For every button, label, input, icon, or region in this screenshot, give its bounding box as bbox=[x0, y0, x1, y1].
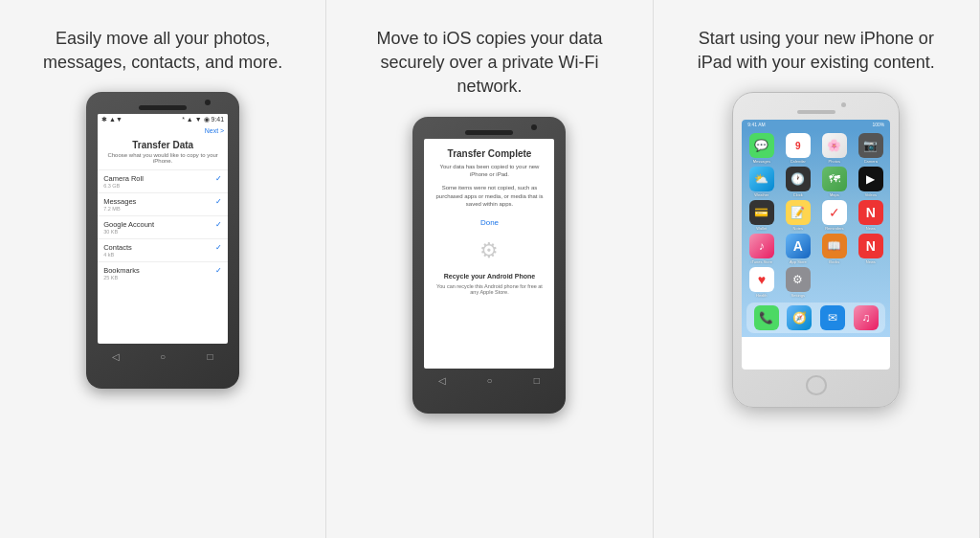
recent-icon[interactable]: □ bbox=[203, 349, 216, 363]
panel-3-text: Start using your new iPhone or iPad with… bbox=[687, 27, 946, 75]
item-messages[interactable]: Messages 7.2 MB ✓ bbox=[98, 192, 228, 215]
camera-dot-2 bbox=[531, 124, 537, 130]
panel-3: Start using your new iPhone or iPad with… bbox=[654, 0, 980, 538]
ios-app-row-3: 💳 Wallet 📝 Notes ✓ Reminders N News bbox=[745, 200, 887, 231]
ios-app-row-1: 💬 Messages 9 Calendar 🌸 Photos 📷 Camera bbox=[745, 133, 887, 164]
iphone: 9:41 AM 100% 💬 Messages 9 Calendar 🌸 Pho bbox=[732, 92, 900, 408]
ios-app-row-2: ⛅ Weather 🕐 Clock 🗺 Maps ▶ Videos bbox=[745, 167, 887, 197]
news2-icon: N bbox=[858, 234, 883, 258]
reminders-icon: ✓ bbox=[822, 200, 847, 225]
item-name: Camera Roll bbox=[103, 174, 144, 183]
appstore-icon: A bbox=[786, 234, 811, 258]
weather-icon: ⛅ bbox=[749, 167, 774, 191]
back-icon[interactable]: ◁ bbox=[109, 349, 122, 363]
status-icons: ✱ ▲▼ bbox=[101, 116, 122, 123]
statusbar-1: ✱ ▲▼ * ▲ ▼ ◉ 9:41 bbox=[98, 114, 228, 125]
app-phone[interactable]: 📞 bbox=[754, 305, 779, 330]
camera-icon: 📷 bbox=[858, 133, 883, 158]
iphone-speaker bbox=[797, 110, 835, 114]
panel-2-text: Move to iOS copies your data securely ov… bbox=[360, 27, 618, 100]
messages-icon: 💬 bbox=[749, 133, 774, 158]
home-icon[interactable]: ○ bbox=[156, 349, 169, 363]
app-settings[interactable]: ⚙ Settings bbox=[786, 267, 811, 298]
app-clock[interactable]: 🕐 Clock bbox=[786, 167, 811, 197]
maps-icon: 🗺 bbox=[822, 167, 847, 191]
item-contacts[interactable]: Contacts 4 kB ✓ bbox=[98, 238, 228, 261]
app-weather[interactable]: ⛅ Weather bbox=[749, 167, 774, 197]
panel-2: Move to iOS copies your data securely ov… bbox=[326, 0, 653, 538]
transfer-complete-body2: Some items were not copied, such as purc… bbox=[424, 184, 554, 213]
home-icon-2[interactable]: ○ bbox=[482, 374, 496, 388]
iphone-screen: 9:41 AM 100% 💬 Messages 9 Calendar 🌸 Pho bbox=[742, 120, 890, 370]
clock-icon: 🕐 bbox=[786, 167, 811, 191]
ios-homescreen: 💬 Messages 9 Calendar 🌸 Photos 📷 Camera bbox=[742, 129, 890, 337]
music-icon: ♫ bbox=[854, 305, 879, 330]
app-maps[interactable]: 🗺 Maps bbox=[822, 167, 847, 197]
check-icon: ✓ bbox=[215, 220, 222, 229]
check-icon: ✓ bbox=[215, 243, 222, 252]
app-photos[interactable]: 🌸 Photos bbox=[822, 133, 847, 164]
speaker-1 bbox=[139, 105, 187, 110]
app-books[interactable]: 📖 Books bbox=[822, 234, 847, 264]
mail-icon: ✉ bbox=[820, 305, 845, 330]
app-wallet[interactable]: 💳 Wallet bbox=[749, 200, 774, 231]
wallet-icon: 💳 bbox=[749, 200, 774, 225]
app-news2[interactable]: N News bbox=[858, 234, 883, 264]
ios-time: 9:41 AM bbox=[747, 122, 765, 127]
screen-2: Transfer Complete Your data has been cop… bbox=[424, 139, 554, 369]
android-nav-bar: ◁ ○ □ bbox=[92, 349, 234, 363]
app-music[interactable]: ♫ bbox=[854, 305, 879, 330]
back-icon-2[interactable]: ◁ bbox=[435, 374, 449, 388]
android-nav-bar-2: ◁ ○ □ bbox=[418, 374, 560, 388]
app-notes[interactable]: 📝 Notes bbox=[786, 200, 811, 231]
health-icon: ♥ bbox=[749, 267, 774, 292]
app-videos[interactable]: ▶ Videos bbox=[858, 167, 883, 197]
ios-app-row-4: ♪ iTunes Store A App Store 📖 Books N New… bbox=[745, 234, 887, 264]
item-bookmarks[interactable]: Bookmarks 25 KB ✓ bbox=[98, 261, 228, 284]
panel-1: Easily move all your photos, messages, c… bbox=[0, 0, 326, 538]
iphone-camera bbox=[841, 102, 846, 107]
item-camera-roll[interactable]: Camera Roll 6.3 GB ✓ bbox=[98, 169, 228, 192]
check-icon: ✓ bbox=[215, 266, 222, 275]
app-reminders[interactable]: ✓ Reminders bbox=[822, 200, 847, 231]
recent-icon-2[interactable]: □ bbox=[530, 374, 544, 388]
app-calendar[interactable]: 9 Calendar bbox=[786, 133, 811, 164]
transfer-data-title: Transfer Data bbox=[98, 136, 228, 152]
next-button[interactable]: Next > bbox=[98, 125, 228, 136]
transfer-data-subtitle: Choose what you would like to copy to yo… bbox=[98, 152, 228, 169]
transfer-complete-body: Your data has been copied to your new iP… bbox=[424, 163, 554, 185]
ios-statusbar: 9:41 AM 100% bbox=[742, 120, 890, 129]
recycle-body: You can recycle this Android phone for f… bbox=[424, 281, 554, 297]
item-google-account[interactable]: Google Account 30 KB ✓ bbox=[98, 215, 228, 238]
app-safari[interactable]: 🧭 bbox=[787, 305, 812, 330]
ios-dock: 📞 🧭 ✉ ♫ bbox=[746, 303, 885, 333]
itunes-icon: ♪ bbox=[749, 234, 774, 258]
transfer-complete-title: Transfer Complete bbox=[424, 139, 554, 163]
item-size: 6.3 GB bbox=[103, 183, 144, 189]
app-camera[interactable]: 📷 Camera bbox=[858, 133, 883, 164]
recycle-title: Recycle your Android Phone bbox=[424, 271, 554, 281]
app-health[interactable]: ♥ Health bbox=[749, 267, 774, 298]
check-icon: ✓ bbox=[215, 197, 222, 206]
check-icon: ✓ bbox=[215, 174, 222, 183]
news-icon: N bbox=[858, 200, 883, 225]
android-phone-1: ✱ ▲▼ * ▲ ▼ ◉ 9:41 Next > Transfer Data C… bbox=[86, 92, 239, 389]
app-appstore[interactable]: A App Store bbox=[786, 234, 811, 264]
safari-icon: 🧭 bbox=[787, 305, 812, 330]
app-news[interactable]: N News bbox=[858, 200, 883, 231]
app-mail[interactable]: ✉ bbox=[820, 305, 845, 330]
android-phone-2: Transfer Complete Your data has been cop… bbox=[412, 117, 566, 414]
books-icon: 📖 bbox=[822, 234, 847, 258]
settings-icon: ⚙ bbox=[786, 267, 811, 292]
speaker-2 bbox=[465, 130, 513, 135]
ios-app-row-5: ♥ Health ⚙ Settings bbox=[745, 267, 887, 298]
recycle-icon: ⚙ bbox=[424, 231, 554, 271]
screen-1: ✱ ▲▼ * ▲ ▼ ◉ 9:41 Next > Transfer Data C… bbox=[98, 114, 228, 344]
calendar-icon: 9 bbox=[786, 133, 811, 158]
ios-battery: 100% bbox=[873, 122, 885, 127]
app-itunes[interactable]: ♪ iTunes Store bbox=[749, 234, 774, 264]
panel-1-text: Easily move all your photos, messages, c… bbox=[33, 27, 292, 75]
app-messages[interactable]: 💬 Messages bbox=[749, 133, 774, 164]
done-button[interactable]: Done bbox=[424, 214, 554, 231]
iphone-home-button[interactable] bbox=[806, 375, 827, 396]
